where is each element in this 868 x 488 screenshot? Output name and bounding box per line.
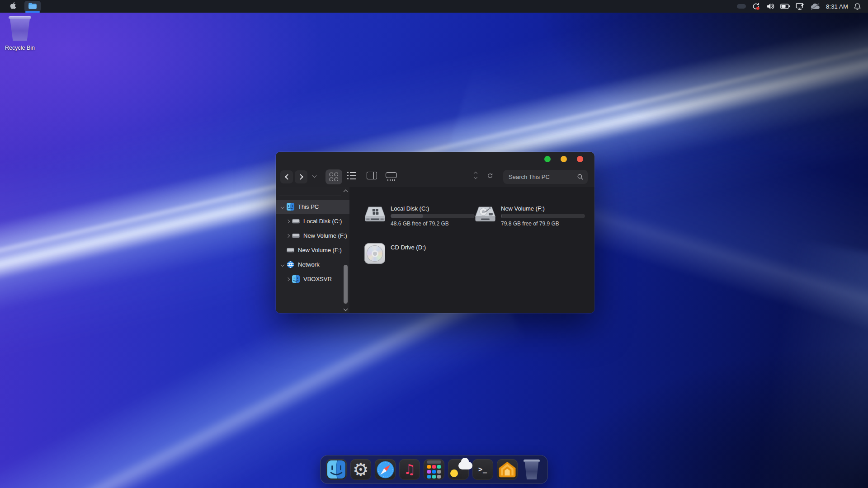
finder-icon: [327, 460, 345, 479]
view-gallery-button[interactable]: [386, 172, 397, 181]
gallery-view-icon: [386, 172, 397, 181]
music-icon: ♫: [404, 463, 416, 476]
apple-menu-button[interactable]: [7, 0, 19, 13]
active-app-indicator: [25, 11, 40, 13]
drive-name: Local Disk (C:): [391, 205, 475, 212]
sidebar-item-label: New Volume (F:): [303, 232, 347, 239]
window-body: This PCLocal Disk (C:)New Volume (F:)New…: [276, 187, 594, 313]
drive-item-new-volume-f[interactable]: New Volume (F:)79.8 GB free of 79.9 GB: [475, 203, 585, 227]
sort-button[interactable]: [474, 172, 477, 178]
search-icon: [577, 174, 584, 182]
sidebar-item-new-volume-f[interactable]: New Volume (F:): [276, 229, 349, 243]
capacity-bar: [391, 214, 475, 218]
search-input[interactable]: [503, 170, 588, 184]
search-box: [503, 170, 588, 184]
sidebar-scrollbar[interactable]: [343, 189, 349, 312]
system-tray: 8:31 AM: [737, 2, 861, 10]
view-list-button[interactable]: [347, 172, 356, 179]
tray-hidden-icons-icon[interactable]: [737, 4, 746, 9]
chevron-down-icon[interactable]: [280, 205, 284, 208]
hdd-windows-icon: [364, 203, 386, 226]
scrollbar-thumb[interactable]: [344, 265, 348, 304]
dock-item-settings[interactable]: ⚙: [350, 459, 371, 480]
sidebar-item-this-pc[interactable]: This PC: [276, 200, 349, 214]
tray-volume-icon[interactable]: [766, 3, 774, 10]
view-columns-button[interactable]: [367, 172, 377, 179]
tray-battery-icon[interactable]: [780, 4, 790, 9]
refresh-button[interactable]: [486, 172, 494, 181]
drive-list: Local Disk (C:)48.6 GB free of 79.2 GBNe…: [349, 187, 594, 313]
tray-sync-status-icon[interactable]: [752, 2, 760, 10]
terminal-icon: >_: [478, 465, 487, 474]
window-toolbar: [276, 152, 594, 187]
dock-item-weather[interactable]: [448, 459, 469, 480]
sidebar-divider: [279, 196, 341, 196]
folder-icon: [28, 2, 37, 11]
dock-item-music[interactable]: ♫: [399, 459, 420, 480]
dock-item-trash[interactable]: [521, 459, 542, 480]
network-icon: [287, 261, 295, 269]
hdd-open-icon: [475, 203, 496, 226]
view-grid-button[interactable]: [326, 169, 342, 184]
hdd-icon: [292, 232, 300, 240]
drive-name: CD Drive (D:): [391, 244, 426, 251]
history-dropdown-button[interactable]: [313, 174, 316, 177]
sidebar-item-label: VBOXSVR: [303, 276, 332, 282]
sidebar-item-local-disk-c[interactable]: Local Disk (C:): [276, 214, 349, 228]
active-app-file-manager[interactable]: [24, 1, 41, 12]
capacity-bar-fill: [501, 214, 502, 218]
sidebar-item-network[interactable]: Network: [276, 258, 349, 272]
dock-item-safari[interactable]: [375, 459, 396, 480]
apple-logo-icon: [10, 2, 16, 11]
chevron-left-icon: [285, 174, 291, 180]
dock-item-terminal[interactable]: >_: [472, 459, 493, 480]
cd-icon: [364, 242, 386, 265]
capacity-text: 48.6 GB free of 79.2 GB: [391, 221, 475, 227]
capacity-bar-fill: [391, 214, 423, 218]
finder-icon: [287, 203, 295, 211]
chevron-right-icon[interactable]: [286, 277, 289, 281]
menubar-clock[interactable]: 8:31 AM: [826, 3, 848, 10]
menubar: 8:31 AM: [0, 0, 868, 13]
refresh-icon: [486, 174, 494, 181]
chevron-right-icon[interactable]: [286, 234, 289, 237]
capacity-text: 79.8 GB free of 79.9 GB: [501, 221, 585, 227]
safari-icon: [376, 460, 395, 479]
hdd-icon: [287, 246, 295, 254]
sidebar-item-label: New Volume (F:): [298, 247, 342, 253]
sidebar-item-label: Local Disk (C:): [303, 218, 342, 225]
sidebar-item-new-volume-f[interactable]: New Volume (F:): [276, 243, 349, 257]
capacity-bar: [501, 214, 585, 218]
columns-view-icon: [367, 172, 377, 179]
dock-item-finder[interactable]: [326, 459, 347, 480]
finder-icon: [292, 275, 300, 283]
sidebar-item-label: This PC: [298, 203, 319, 210]
back-button[interactable]: [280, 170, 293, 183]
scroll-down-arrow-icon[interactable]: [344, 307, 348, 311]
home-icon: [498, 461, 516, 478]
grid-view-icon: [330, 173, 338, 181]
trash-icon: [524, 460, 540, 479]
dock: ⚙♫>_: [320, 455, 548, 484]
file-manager-window: This PCLocal Disk (C:)New Volume (F:)New…: [276, 152, 594, 313]
hdd-icon: [292, 217, 300, 225]
drive-item-local-disk-c[interactable]: Local Disk (C:)48.6 GB free of 79.2 GB: [364, 203, 475, 227]
dock-item-launchpad[interactable]: [424, 459, 444, 480]
sidebar-item-vboxsvr[interactable]: VBOXSVR: [276, 272, 349, 286]
tray-onedrive-icon[interactable]: [810, 3, 820, 10]
chevron-right-icon[interactable]: [286, 219, 289, 223]
scroll-up-arrow-icon[interactable]: [344, 190, 348, 194]
drive-item-cd-drive-d[interactable]: CD Drive (D:): [364, 242, 426, 265]
desktop-icon-recycle-bin[interactable]: Recycle Bin: [4, 16, 36, 51]
recycle-bin-label: Recycle Bin: [4, 45, 36, 51]
chevron-down-icon: [312, 174, 317, 178]
tray-display-icon[interactable]: [796, 3, 804, 10]
drive-name: New Volume (F:): [501, 205, 585, 212]
recycle-bin-icon: [9, 16, 31, 41]
chevron-down-icon[interactable]: [280, 263, 284, 266]
settings-icon: ⚙: [353, 460, 369, 479]
launchpad-icon: [427, 460, 441, 479]
forward-button[interactable]: [295, 170, 307, 183]
tray-notifications-icon[interactable]: [854, 3, 861, 10]
dock-item-home[interactable]: [497, 459, 518, 480]
